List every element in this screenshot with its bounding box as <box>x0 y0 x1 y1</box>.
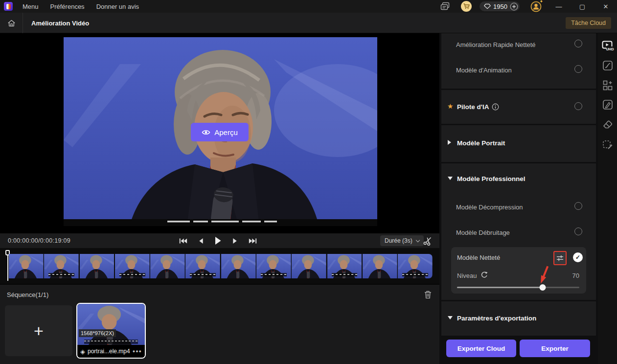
export-settings-label: Paramètres d'exportation <box>457 315 536 322</box>
filmstrip-frame[interactable] <box>185 254 220 278</box>
filmstrip-frame[interactable] <box>292 254 326 278</box>
export-button[interactable]: Exporter <box>520 340 590 357</box>
clip-filename: portrai...ele.mp4 <box>88 348 130 355</box>
info-icon[interactable] <box>492 103 499 111</box>
duration-dropdown[interactable]: Durée (3s) <box>380 235 424 246</box>
uhd-label: UHD <box>606 47 614 51</box>
level-slider[interactable] <box>457 284 579 290</box>
home-icon <box>7 19 16 28</box>
cloud-task-button[interactable]: Tâche Cloud <box>566 17 611 29</box>
menu-item-preferences[interactable]: Préférences <box>50 3 85 10</box>
skip-start-icon[interactable] <box>179 238 187 244</box>
star-icon: ★ <box>447 102 454 110</box>
filmstrip-frame[interactable] <box>150 254 185 278</box>
move-icon: ◈ <box>80 348 85 355</box>
gem-icon <box>484 3 491 9</box>
decompression-label: Modèle Décompression <box>456 204 523 211</box>
plus-icon: + <box>34 322 44 339</box>
option-quick-sharpness-radio[interactable] <box>574 40 582 47</box>
credits-badge[interactable]: 1950 <box>480 1 520 11</box>
tool-smart-select[interactable] <box>601 138 614 151</box>
tool-edit-brush[interactable] <box>601 98 614 111</box>
option-animation-label: Modèle d'Animation <box>456 67 512 74</box>
section-quick-models: Amélioration Rapide Netteté Modèle d'Ani… <box>441 33 596 89</box>
filmstrip-frame[interactable] <box>80 254 114 278</box>
reset-level-icon[interactable] <box>480 271 488 278</box>
right-toolbar: UHD <box>598 33 617 364</box>
filmstrip-frame[interactable] <box>44 254 79 278</box>
filmstrip-frame[interactable] <box>9 254 44 278</box>
prev-frame-icon[interactable] <box>199 238 204 244</box>
sharpness-model-label: Modèle Netteté <box>457 254 500 261</box>
level-slider-thumb[interactable] <box>540 284 546 291</box>
tab-bar: Amélioration Vidéo Tâche Cloud <box>0 13 617 33</box>
filmstrip-frame[interactable] <box>327 254 362 278</box>
level-slider-fill <box>457 287 543 288</box>
add-clip-button[interactable]: + <box>5 305 72 356</box>
clip-card[interactable]: 1568*976(2X) ◈ portrai...ele.mp4 ●●● <box>76 303 146 359</box>
denoise-label: Modèle Débruitage <box>456 229 510 236</box>
option-quick-sharpness-label: Amélioration Rapide Netteté <box>456 41 536 48</box>
app-logo-icon <box>4 2 13 11</box>
tool-eraser[interactable] <box>601 118 614 131</box>
close-button[interactable]: ✕ <box>601 2 610 11</box>
level-value: 70 <box>572 272 579 279</box>
play-icon[interactable] <box>215 237 221 245</box>
transport-controls <box>179 233 257 248</box>
clip-name-row: ◈ portrai...ele.mp4 ●●● <box>77 345 145 358</box>
export-cloud-button[interactable]: Exporter Cloud <box>446 340 516 357</box>
clip-thumbnail <box>77 304 145 345</box>
filmstrip-frame[interactable] <box>221 254 256 278</box>
adjust-settings-button[interactable] <box>553 251 567 265</box>
level-label: Niveau <box>457 272 477 279</box>
option-animation-radio[interactable] <box>574 65 582 73</box>
cut-scissors-icon[interactable] <box>423 236 433 246</box>
trash-icon[interactable] <box>424 290 432 299</box>
ai-pilot-radio[interactable] <box>574 102 582 110</box>
menu-item-feedback[interactable]: Donner un avis <box>96 3 139 10</box>
sliders-icon <box>556 254 564 262</box>
timecode: 0:00:00:00/0:00:19:09 <box>8 233 70 248</box>
filmstrip-frame[interactable] <box>115 254 150 278</box>
menu-bar: Menu Préférences Donner un avis <box>23 0 139 13</box>
sequence-title: Séquence(1/1) <box>7 291 48 298</box>
tool-frame-interpolation[interactable] <box>601 79 614 91</box>
professional-model-label[interactable]: Modèle Professionnel <box>457 175 526 182</box>
cloud-task-label: Tâche Cloud <box>571 20 606 26</box>
filmstrip-frame[interactable] <box>363 254 397 278</box>
section-ai-pilot: ★ Pilote d'IA <box>441 90 596 124</box>
collapse-down-icon <box>448 316 453 319</box>
filmstrip-frame[interactable] <box>256 254 291 278</box>
menu-item-menu[interactable]: Menu <box>23 3 39 10</box>
section-portrait-model[interactable]: Modèle Portrait <box>441 125 596 162</box>
filmstrip-frame[interactable] <box>398 254 433 278</box>
collapse-down-icon <box>448 177 453 180</box>
ai-pilot-label: Pilote d'IA <box>457 103 489 111</box>
filmstrip-thumbnails <box>9 254 433 278</box>
denoise-radio[interactable] <box>574 228 582 235</box>
minimize-button[interactable]: — <box>554 2 563 11</box>
tool-video-enhance-uhd[interactable]: UHD <box>601 39 614 52</box>
title-bar: Menu Préférences Donner un avis 1950 <box>0 0 617 13</box>
add-credits-icon[interactable] <box>510 2 518 11</box>
maximize-button[interactable]: ▢ <box>578 2 587 11</box>
next-frame-icon[interactable] <box>232 238 237 244</box>
tool-curve-adjust[interactable] <box>601 59 614 72</box>
apercu-label: Aperçu <box>214 128 238 136</box>
account-avatar[interactable]: ✦ <box>530 1 542 12</box>
feedback-chat-icon[interactable] <box>440 2 450 11</box>
crown-icon: ✦ <box>539 0 543 4</box>
apercu-preview-button[interactable]: Aperçu <box>191 123 249 141</box>
more-options-icon[interactable]: ●●● <box>133 349 142 354</box>
home-button[interactable] <box>0 13 23 33</box>
filmstrip[interactable] <box>0 248 439 284</box>
sequence-panel: Séquence(1/1) + 1568*976(2X) ◈ portrai..… <box>0 284 439 364</box>
sharpness-model-card[interactable]: Modèle Netteté ✓ Niveau 70 <box>451 247 586 294</box>
section-export-settings[interactable]: Paramètres d'exportation <box>441 301 596 336</box>
store-cart-icon[interactable] <box>461 1 472 12</box>
collapse-right-icon <box>448 140 451 145</box>
annotation-arrow <box>538 264 551 284</box>
decompression-radio[interactable] <box>574 202 582 210</box>
section-professional-model: Modèle Professionnel Modèle Décompressio… <box>441 163 596 300</box>
skip-end-icon[interactable] <box>249 238 257 244</box>
